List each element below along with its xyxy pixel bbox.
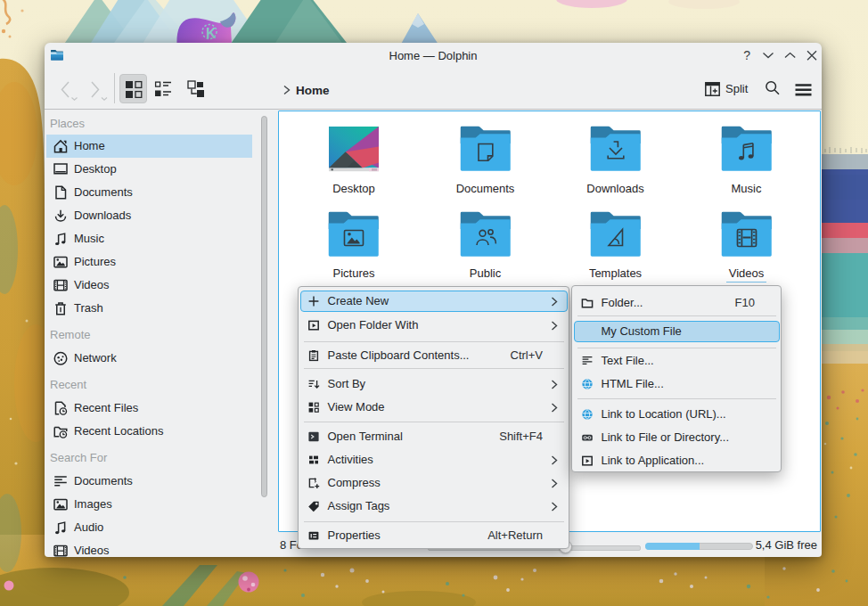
svg-text:?: ? bbox=[743, 48, 750, 62]
